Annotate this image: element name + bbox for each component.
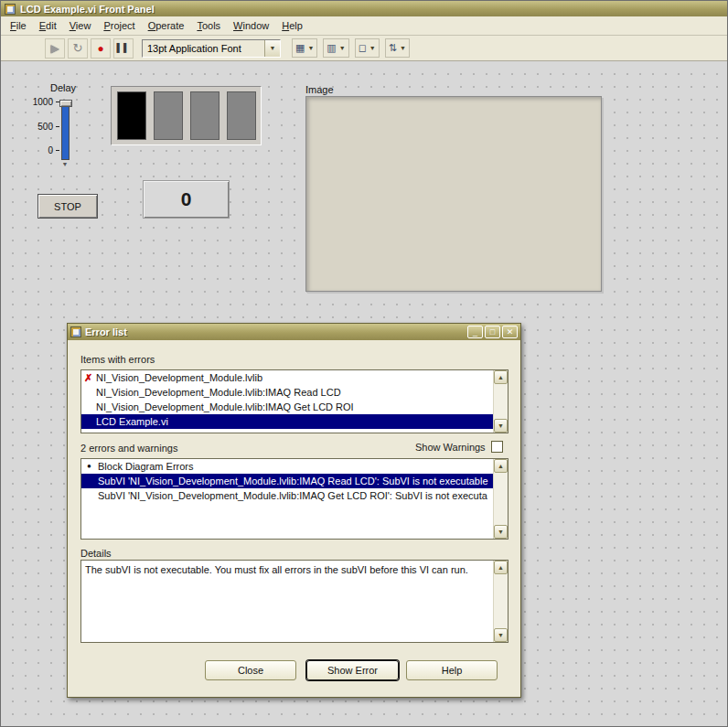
run-arrow-icon: ▶ (50, 43, 59, 54)
chevron-down-icon: ▼ (369, 45, 376, 51)
error-detail-row-selected[interactable]: SubVI 'NI_Vision_Development_Module.lvli… (81, 474, 508, 488)
stop-button[interactable]: STOP (37, 194, 98, 219)
details-label: Details (80, 548, 112, 559)
window-title: LCD Example.vi Front Panel (20, 4, 155, 15)
scrollbar[interactable]: ▲ ▼ (493, 370, 508, 433)
reorder-dropdown[interactable]: ⇅ ▼ (385, 38, 410, 58)
error-category-row[interactable]: ● Block Diagram Errors (81, 459, 508, 474)
error-detail-row[interactable]: SubVI 'NI_Vision_Development_Module.lvli… (81, 488, 508, 503)
run-button[interactable]: ▶ (45, 38, 65, 59)
lcd-segment-1 (117, 91, 146, 140)
scroll-down-icon[interactable]: ▼ (494, 628, 508, 642)
scrollbar[interactable]: ▲ ▼ (493, 561, 508, 642)
items-with-errors-label: Items with errors (80, 354, 155, 365)
maximize-icon[interactable]: □ (485, 326, 500, 338)
run-continuously-icon: ↻ (73, 42, 83, 54)
lcd-segment-3 (190, 91, 219, 140)
distribute-objects-dropdown[interactable]: ▥ ▼ (323, 38, 348, 58)
abort-button[interactable]: ● (91, 38, 111, 59)
scrollbar[interactable]: ▲ ▼ (493, 459, 508, 539)
bullet-icon: ● (87, 459, 91, 474)
pause-button[interactable]: ▌▌ (113, 38, 134, 59)
delay-slider-track[interactable] (61, 100, 70, 160)
close-icon[interactable]: ✕ (502, 326, 518, 338)
error-x-icon: ✗ (84, 370, 92, 385)
tick-0: 0 (48, 145, 53, 155)
details-text: The subVI is not executable. You must fi… (85, 564, 468, 575)
menu-project[interactable]: Project (97, 17, 141, 34)
resize-objects-icon: ◻ (359, 43, 367, 53)
chevron-down-icon: ▼ (339, 45, 346, 51)
error-list-dialog: Error list _ □ ✕ Items with errors ✗ NI_… (67, 323, 521, 698)
numeric-value: 0 (181, 188, 192, 210)
menu-bar: File Edit View Project Operate Tools Win… (1, 16, 727, 36)
align-objects-icon: ▦ (295, 43, 305, 53)
abort-icon: ● (97, 43, 103, 54)
delay-slider-control: Delay 1000 500 0 ▾ (27, 82, 81, 168)
lcd-segment-4 (227, 91, 256, 140)
chevron-down-icon: ▼ (400, 45, 406, 51)
show-warnings-checkbox[interactable] (491, 441, 503, 453)
error-item-row[interactable]: ✗ NI_Vision_Development_Module.lvlib (81, 370, 508, 385)
pause-icon: ▌▌ (117, 44, 131, 52)
reorder-icon: ⇅ (389, 43, 397, 53)
labview-app-icon (5, 4, 16, 15)
scroll-down-icon[interactable]: ▼ (494, 525, 508, 539)
scroll-up-icon[interactable]: ▲ (494, 561, 508, 574)
scroll-up-icon[interactable]: ▲ (494, 459, 508, 473)
toolbar: ▶ ↻ ● ▌▌ 13pt Application Font ▼ ▦ ▼ ▥ ▼… (1, 36, 727, 61)
tick-1000: 1000 (33, 97, 53, 107)
chevron-down-icon: ▼ (307, 45, 314, 51)
font-selector[interactable]: 13pt Application Font ▼ (142, 39, 281, 58)
window-titlebar[interactable]: LCD Example.vi Front Panel (1, 1, 727, 16)
menu-view[interactable]: View (63, 17, 98, 34)
image-display (305, 96, 602, 292)
scroll-up-icon[interactable]: ▲ (494, 370, 508, 384)
font-selector-value: 13pt Application Font (143, 43, 264, 54)
delay-label: Delay (50, 82, 81, 93)
errors-count-label: 2 errors and warnings (80, 443, 177, 454)
menu-operate[interactable]: Operate (142, 17, 191, 34)
lcd-display-indicator (111, 86, 262, 145)
close-button[interactable]: Close (205, 660, 296, 680)
distribute-objects-icon: ▥ (327, 43, 336, 53)
lcd-segment-2 (154, 91, 183, 140)
error-description-list[interactable]: ● Block Diagram Errors SubVI 'NI_Vision_… (80, 458, 509, 540)
details-text-box[interactable]: The subVI is not executable. You must fi… (80, 560, 509, 643)
menu-help[interactable]: Help (275, 17, 309, 34)
minimize-icon[interactable]: _ (467, 326, 483, 338)
scroll-down-icon[interactable]: ▼ (494, 419, 508, 433)
dialog-titlebar[interactable]: Error list _ □ ✕ (68, 324, 520, 340)
menu-window[interactable]: Window (227, 17, 275, 34)
delay-slider-thumb[interactable] (59, 100, 72, 107)
show-warnings-label: Show Warnings (415, 442, 486, 453)
delay-tick-labels: 1000 500 0 (27, 97, 59, 155)
items-with-errors-list[interactable]: ✗ NI_Vision_Development_Module.lvlib NI_… (80, 369, 509, 433)
image-label: Image (305, 84, 334, 95)
align-objects-dropdown[interactable]: ▦ ▼ (292, 38, 317, 58)
error-item-row-selected[interactable]: LCD Example.vi (81, 414, 508, 429)
menu-file[interactable]: File (4, 17, 33, 34)
slider-increment-icon[interactable]: ▾ (63, 161, 81, 168)
chevron-down-icon[interactable]: ▼ (264, 40, 280, 57)
show-warnings-control: Show Warnings (415, 441, 503, 453)
labview-main-window: LCD Example.vi Front Panel File Edit Vie… (0, 0, 728, 727)
menu-tools[interactable]: Tools (190, 17, 227, 34)
error-item-row[interactable]: NI_Vision_Development_Module.lvlib:IMAQ … (81, 400, 508, 414)
resize-objects-dropdown[interactable]: ◻ ▼ (355, 38, 380, 58)
error-item-row[interactable]: NI_Vision_Development_Module.lvlib:IMAQ … (81, 385, 508, 400)
numeric-indicator: 0 (143, 180, 230, 219)
help-button[interactable]: Help (406, 660, 498, 680)
menu-edit[interactable]: Edit (33, 17, 63, 34)
run-continuously-button[interactable]: ↻ (68, 38, 88, 59)
dialog-icon (70, 326, 81, 337)
show-error-button[interactable]: Show Error (306, 660, 399, 680)
tick-500: 500 (37, 122, 53, 132)
dialog-title: Error list (85, 326, 467, 337)
